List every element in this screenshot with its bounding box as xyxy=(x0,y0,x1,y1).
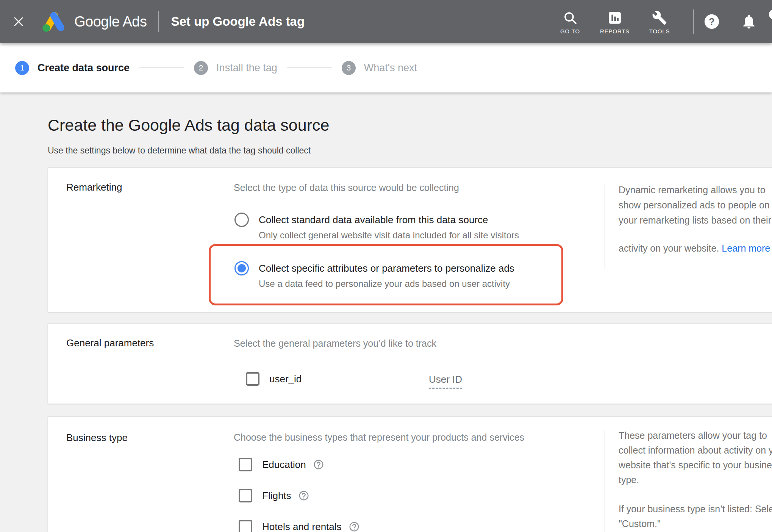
notifications-bell-icon[interactable] xyxy=(740,13,758,30)
checkbox-row-education[interactable]: Education xyxy=(239,458,324,471)
nav-tools-label: TOOLS xyxy=(649,28,670,34)
step-1-label: Create data source xyxy=(38,62,130,74)
hotels-and-rentals-label: Hotels and rentals xyxy=(262,521,342,532)
side-note-paragraph-2: If your business type isn’t listed: Sele… xyxy=(619,502,772,531)
business-type-card: Business type Choose the business types … xyxy=(48,416,772,532)
checkbox-row-hotels-and-rentals[interactable]: Hotels and rentals xyxy=(239,520,360,532)
nav-go-to[interactable]: GO TO xyxy=(548,9,592,34)
option-standard-sublabel: Only collect general website visit data … xyxy=(259,230,519,241)
education-label: Education xyxy=(262,459,306,471)
app-header: Google Ads Set up Google Ads tag GO TO R… xyxy=(0,0,772,43)
progress-stepper: 1 Create data source 2 Install the tag 3… xyxy=(0,43,772,92)
help-icon[interactable]: ? xyxy=(703,13,720,30)
wrench-icon xyxy=(652,9,667,25)
option-specific-label: Collect specific attributes or parameter… xyxy=(259,261,514,275)
step-2-number: 2 xyxy=(194,61,208,75)
learn-more-link[interactable]: Learn more xyxy=(722,241,770,256)
education-checkbox[interactable] xyxy=(239,458,252,471)
hotels-and-rentals-checkbox[interactable] xyxy=(239,520,252,532)
user-id-checkbox[interactable] xyxy=(246,372,259,386)
step-3-number: 3 xyxy=(342,61,356,75)
page-subtitle: Use the settings below to determine what… xyxy=(48,146,311,156)
nav-tools[interactable]: TOOLS xyxy=(637,9,682,34)
checkbox-row-user-id[interactable]: user_id xyxy=(246,372,302,386)
user-id-tooltip-link[interactable]: User ID xyxy=(429,374,462,389)
radio-button-selected[interactable] xyxy=(234,261,249,275)
flights-label: Flights xyxy=(262,490,291,502)
business-type-label: Business type xyxy=(66,432,128,444)
business-type-description: Choose the business types that represent… xyxy=(234,432,524,443)
checkbox-row-flights[interactable]: Flights xyxy=(239,489,309,502)
nav-go-to-label: GO TO xyxy=(560,28,580,34)
option-standard-label: Collect standard data available from thi… xyxy=(259,213,519,227)
remarketing-description: Select the type of data this source woul… xyxy=(234,182,459,193)
bar-chart-icon xyxy=(607,9,622,25)
page-title: Create the Google Ads tag data source xyxy=(48,116,329,135)
main-content: Create the Google Ads tag data source Us… xyxy=(0,92,772,532)
help-outline-icon[interactable] xyxy=(348,521,360,532)
user-id-label: user_id xyxy=(269,373,302,385)
option-specific-sublabel: Use a data feed to personalize your ads … xyxy=(259,279,514,289)
svg-text:?: ? xyxy=(709,16,715,27)
step-2-install-the-tag[interactable]: 2 Install the tag xyxy=(194,61,277,75)
step-connector xyxy=(287,67,332,68)
remarketing-side-note: Dynamic remarketing allows you to show p… xyxy=(619,182,772,256)
divider xyxy=(158,11,159,32)
business-type-side-note: These parameters allow your tag to colle… xyxy=(619,428,772,531)
remarketing-card: Remarketing Select the type of data this… xyxy=(48,167,772,312)
remarketing-label: Remarketing xyxy=(66,182,122,193)
search-icon xyxy=(563,9,578,25)
radio-button-unselected[interactable] xyxy=(234,213,249,227)
step-3-label: What's next xyxy=(364,62,417,74)
nav-reports[interactable]: REPORTS xyxy=(592,9,637,34)
divider xyxy=(605,430,605,532)
nav-reports-label: REPORTS xyxy=(600,28,630,34)
option-texts: Collect standard data available from thi… xyxy=(259,213,519,241)
app-name: Google Ads xyxy=(74,14,147,30)
page-title-header: Set up Google Ads tag xyxy=(171,14,305,29)
radio-option-specific-attributes[interactable]: Collect specific attributes or parameter… xyxy=(234,261,514,289)
radio-option-standard-data[interactable]: Collect standard data available from thi… xyxy=(234,213,519,241)
general-parameters-label: General parameters xyxy=(66,337,154,349)
divider xyxy=(605,185,605,269)
flights-checkbox[interactable] xyxy=(239,489,252,502)
side-note-paragraph-1: These parameters allow your tag to colle… xyxy=(619,428,772,487)
step-3-whats-next[interactable]: 3 What's next xyxy=(342,61,417,75)
help-outline-icon[interactable] xyxy=(313,459,324,470)
step-connector xyxy=(139,67,184,68)
header-actions: GO TO REPORTS TOOLS ? xyxy=(548,0,772,43)
divider xyxy=(693,9,694,34)
close-icon[interactable] xyxy=(11,14,26,29)
google-ads-logo-icon xyxy=(42,11,67,33)
general-parameters-card: General parameters Select the general pa… xyxy=(48,323,772,404)
step-1-number: 1 xyxy=(15,61,29,75)
help-outline-icon[interactable] xyxy=(298,490,309,501)
option-texts: Collect specific attributes or parameter… xyxy=(259,261,514,289)
step-2-label: Install the tag xyxy=(216,62,277,74)
general-parameters-description: Select the general parameters you’d like… xyxy=(234,338,436,349)
step-1-create-data-source[interactable]: 1 Create data source xyxy=(15,61,130,75)
